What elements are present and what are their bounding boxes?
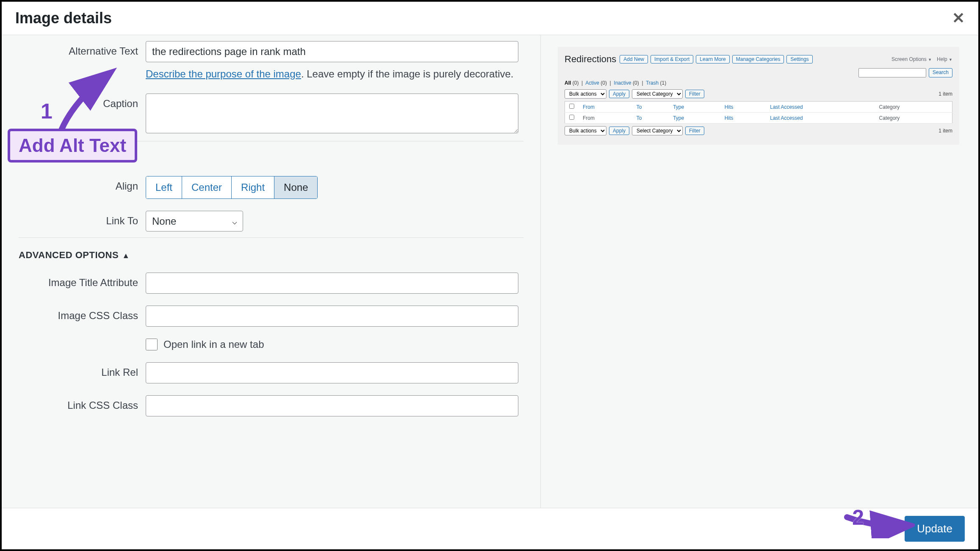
preview-category-select-bottom: Select Category [632, 126, 683, 135]
preview-search-input [858, 68, 926, 77]
preview-add-new: Add New [620, 55, 648, 63]
advanced-options-toggle[interactable]: ADVANCED OPTIONS▲ [2, 238, 540, 267]
preview-item-count-top: 1 item [938, 91, 952, 97]
link-to-label: Link To [19, 211, 146, 227]
preview-title: Redirections [565, 54, 616, 65]
title-attr-input[interactable] [146, 273, 518, 294]
collapse-up-icon: ▲ [122, 251, 130, 260]
align-right-button[interactable]: Right [232, 176, 274, 198]
link-rel-label: Link Rel [19, 362, 146, 378]
align-center-button[interactable]: Center [182, 176, 232, 198]
preview-filter-top: Filter [685, 90, 704, 98]
annotation-number-2: 2 [852, 505, 864, 530]
image-preview-panel: Redirections Add New Import & Export Lea… [558, 47, 959, 145]
preview-status-links: All (0) | Active (0) | Inactive (0) | Tr… [565, 80, 952, 86]
title-attr-label: Image Title Attribute [19, 273, 146, 289]
annotation-number-1: 1 [41, 99, 53, 124]
preview-bulk-select-top: Bulk actions [565, 89, 606, 99]
preview-apply-bottom: Apply [609, 127, 629, 135]
preview-search-button: Search [929, 68, 952, 77]
align-none-button[interactable]: None [274, 176, 317, 198]
link-rel-input[interactable] [146, 362, 518, 383]
new-tab-label: Open link in a new tab [163, 339, 264, 350]
preview-apply-top: Apply [609, 90, 629, 98]
preview-table: From To Type Hits Last Accessed Category [565, 101, 952, 124]
link-css-class-input[interactable] [146, 395, 518, 416]
new-tab-checkbox[interactable] [146, 339, 158, 350]
caption-input[interactable] [146, 94, 518, 133]
preview-screen-options: Screen Options ▼ [891, 56, 932, 62]
align-button-group: Left Center Right None [146, 176, 318, 199]
close-icon[interactable]: ✕ [952, 9, 965, 27]
preview-settings: Settings [786, 55, 812, 63]
preview-learn-more: Learn More [696, 55, 729, 63]
link-css-class-label: Link CSS Class [19, 395, 146, 411]
css-class-label: Image CSS Class [19, 306, 146, 322]
preview-bulk-select-bottom: Bulk actions [565, 126, 606, 135]
align-label: Align [19, 176, 146, 192]
annotation-badge: Add Alt Text [8, 129, 137, 163]
align-left-button[interactable]: Left [146, 176, 182, 198]
alt-text-label: Alternative Text [19, 41, 146, 57]
preview-category-select-top: Select Category [632, 89, 683, 99]
modal-title: Image details [15, 9, 112, 27]
preview-manage-categories: Manage Categories [732, 55, 784, 63]
alt-help-text: Describe the purpose of the image. Leave… [146, 66, 518, 82]
link-to-select[interactable]: None [146, 211, 243, 231]
preview-help: Help ▼ [937, 56, 952, 62]
preview-import-export: Import & Export [651, 55, 693, 63]
preview-filter-bottom: Filter [685, 127, 704, 135]
alt-text-input[interactable] [146, 41, 518, 62]
describe-image-link[interactable]: Describe the purpose of the image [146, 68, 301, 80]
css-class-input[interactable] [146, 306, 518, 327]
preview-item-count-bottom: 1 item [938, 128, 952, 134]
